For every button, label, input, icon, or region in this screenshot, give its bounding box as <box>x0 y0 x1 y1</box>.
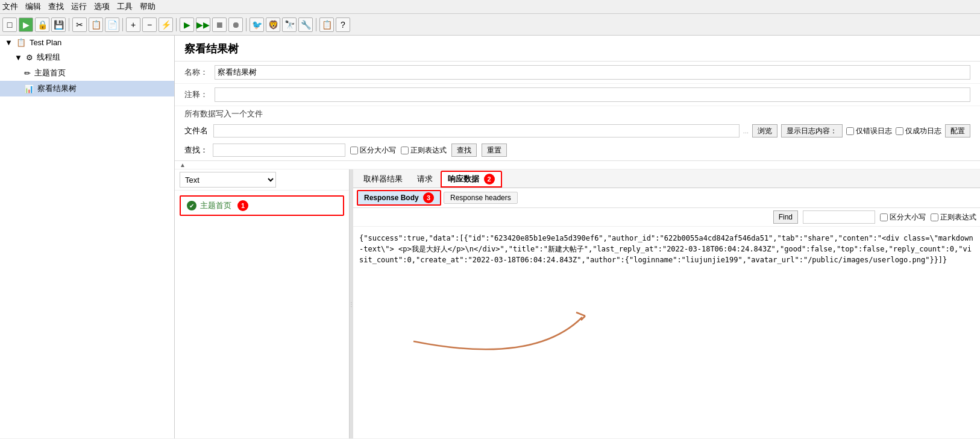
annotation-arrow <box>353 263 715 371</box>
sep5 <box>316 18 316 31</box>
detail-case-label[interactable]: 区分大小写 <box>880 212 926 223</box>
menu-help[interactable]: 帮助 <box>140 1 155 12</box>
tree-item-result-tree[interactable]: 📊 察看结果树 <box>0 81 174 96</box>
regex-text: 正则表达式 <box>410 145 447 156</box>
toolbar-paste[interactable]: 📄 <box>105 17 119 32</box>
detail-case-checkbox[interactable] <box>880 213 888 221</box>
tree-item-homepage[interactable]: ✏ 主题首页 <box>0 65 174 81</box>
result-item-homepage[interactable]: ✔ 主题首页 1 <box>180 195 344 216</box>
menu-tools[interactable]: 工具 <box>117 1 133 12</box>
menu-edit[interactable]: 编辑 <box>25 1 41 12</box>
format-dropdown[interactable]: Text HTML JSON XML Regexp Tester <box>180 172 276 188</box>
menu-file[interactable]: 文件 <box>2 1 18 12</box>
file-row: 文件名 ... 浏览 显示日志内容： 仅错误日志 仅成功日志 配置 <box>175 122 980 140</box>
threadgroup-icon: ⚙ <box>26 53 33 62</box>
comment-label: 注释： <box>184 89 210 100</box>
testplan-icon: 📋 <box>16 38 26 47</box>
case-sensitive-label[interactable]: 区分大小写 <box>350 145 396 156</box>
file-label: 文件名 <box>184 125 210 136</box>
name-label: 名称： <box>184 67 210 78</box>
tree-item-testplan[interactable]: ▼ 📋 Test Plan <box>0 36 174 49</box>
error-log-text: 仅错误日志 <box>856 126 892 136</box>
tab-sampler-label: 取样器结果 <box>363 174 403 183</box>
tree-item-threadgroup[interactable]: ▼ ⚙ 线程组 <box>0 49 174 65</box>
toolbar-new[interactable]: □ <box>2 17 17 32</box>
toolbar-bird1[interactable]: 🐦 <box>250 17 264 32</box>
sep2 <box>122 18 123 31</box>
tab-response-data[interactable]: 响应数据 2 <box>441 171 502 188</box>
toolbar-record[interactable]: ⏺ <box>228 17 243 32</box>
toolbar-search[interactable]: 🔭 <box>282 17 297 32</box>
tab-request-label: 请求 <box>417 174 433 183</box>
browse-button[interactable]: 浏览 <box>752 124 777 137</box>
detail-find-input[interactable] <box>803 210 875 224</box>
sep3 <box>176 18 177 31</box>
response-body: {"success":true,"data":[{"id":"623420e85… <box>353 227 980 438</box>
search-input[interactable] <box>213 144 345 157</box>
success-log-label[interactable]: 仅成功日志 <box>896 126 941 136</box>
subtabs-row: Response Body 3 Response headers <box>353 188 980 208</box>
find-row: Find 区分大小写 正则表达式 <box>353 208 980 227</box>
toolbar-stop[interactable]: ⏹ <box>212 17 227 32</box>
toolbar-run[interactable]: ▶ <box>180 17 194 32</box>
menu-find[interactable]: 查找 <box>48 1 64 12</box>
badge-1: 1 <box>237 200 248 211</box>
toolbar-cut[interactable]: ✂ <box>72 17 87 32</box>
detail-regex-checkbox[interactable] <box>931 213 938 221</box>
regex-checkbox[interactable] <box>401 147 409 154</box>
config-button[interactable]: 配置 <box>945 124 970 137</box>
result-tree-icon: 📊 <box>24 84 34 93</box>
toolbar-open[interactable]: ▶ <box>19 17 33 32</box>
subtab-response-headers[interactable]: Response headers <box>444 192 518 204</box>
detail-area: 取样器结果 请求 响应数据 2 Response Body 3 <box>353 169 980 438</box>
menubar: 文件 编辑 查找 运行 选项 工具 帮助 <box>0 0 980 14</box>
toolbar-bird2[interactable]: 🦁 <box>266 17 280 32</box>
arrow-row: ▲ <box>175 161 980 169</box>
toolbar-wrench[interactable]: 🔧 <box>298 17 313 32</box>
subtab-body-label: Response Body <box>364 194 419 202</box>
find-button[interactable]: 查找 <box>451 144 477 157</box>
toolbar-copy[interactable]: 📋 <box>89 17 103 32</box>
toolbar-list[interactable]: 📋 <box>319 17 334 32</box>
homepage-label: 主题首页 <box>34 68 66 78</box>
result-items-container: ✔ 主题首页 1 <box>175 191 349 221</box>
badge-3: 3 <box>423 192 434 203</box>
panel-title: 察看结果树 <box>175 36 980 62</box>
success-log-checkbox[interactable] <box>896 127 903 135</box>
tab-sampler-result[interactable]: 取样器结果 <box>357 171 409 187</box>
toolbar-remove[interactable]: − <box>142 17 157 32</box>
display-log-button[interactable]: 显示日志内容： <box>781 124 843 137</box>
homepage-icon: ✏ <box>24 69 31 78</box>
chevron-down-icon2: ▼ <box>14 53 22 62</box>
detail-find-button[interactable]: Find <box>773 210 798 224</box>
sep1 <box>69 18 69 31</box>
detail-regex-label[interactable]: 正则表达式 <box>931 212 976 223</box>
toolbar-lock[interactable]: 🔒 <box>35 17 49 32</box>
reset-button[interactable]: 重置 <box>482 144 507 157</box>
tab-request[interactable]: 请求 <box>410 171 439 187</box>
regex-label[interactable]: 正则表达式 <box>401 145 447 156</box>
toolbar-expand[interactable]: ⚡ <box>159 17 173 32</box>
sep4 <box>246 18 247 31</box>
name-input[interactable] <box>215 65 970 80</box>
chevron-down-icon: ▼ <box>5 38 13 47</box>
toolbar-save[interactable]: 💾 <box>51 17 66 32</box>
comment-row: 注释： <box>175 84 980 106</box>
result-list-panel: Text HTML JSON XML Regexp Tester ✔ 主题首页 … <box>175 169 350 438</box>
toolbar-help[interactable]: ? <box>336 17 350 32</box>
toolbar-run-all[interactable]: ▶▶ <box>196 17 210 32</box>
comment-input[interactable] <box>215 87 970 102</box>
subtab-response-body[interactable]: Response Body 3 <box>357 190 441 206</box>
file-input[interactable] <box>213 124 740 137</box>
result-item-label: 主题首页 <box>200 200 231 211</box>
toolbar-add[interactable]: + <box>126 17 140 32</box>
menu-run[interactable]: 运行 <box>71 1 87 12</box>
menu-options[interactable]: 选项 <box>94 1 110 12</box>
case-sensitive-checkbox[interactable] <box>350 147 358 154</box>
svg-line-1 <box>581 316 585 320</box>
detail-case-text: 区分大小写 <box>890 212 926 223</box>
error-log-checkbox[interactable] <box>846 127 854 135</box>
name-row: 名称： <box>175 62 980 84</box>
response-body-text: {"success":true,"data":[{"id":"623420e85… <box>359 233 974 265</box>
error-log-label[interactable]: 仅错误日志 <box>846 126 892 136</box>
